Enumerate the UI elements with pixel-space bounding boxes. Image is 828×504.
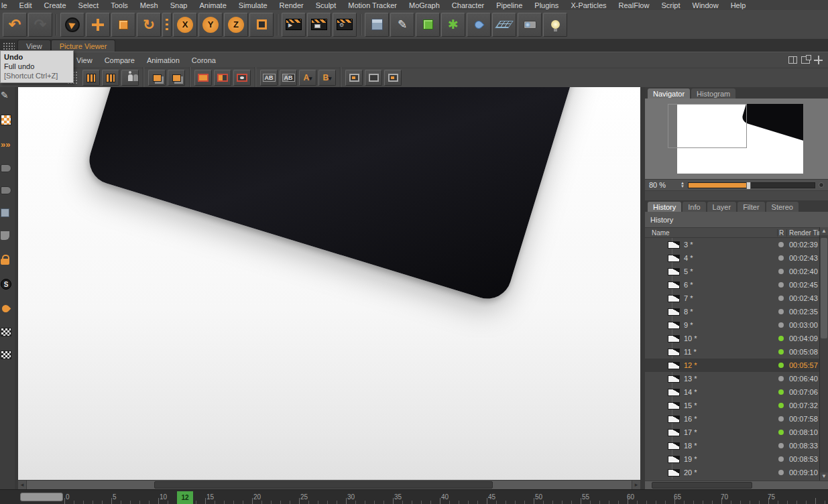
- light-button[interactable]: [543, 13, 567, 37]
- left-drop-icon[interactable]: [1, 304, 11, 314]
- tab-filter[interactable]: Filter: [737, 202, 764, 212]
- zoom-slider[interactable]: [688, 182, 815, 188]
- subdivision-surface-button[interactable]: [416, 13, 440, 37]
- menu-x-particles[interactable]: X-Particles: [565, 1, 612, 9]
- history-row[interactable]: 15 * 00:07:32: [645, 399, 828, 412]
- pv-menu-compare[interactable]: Compare: [99, 56, 141, 64]
- tab-layer[interactable]: Layer: [707, 202, 737, 212]
- history-row[interactable]: 10 * 00:04:09: [645, 332, 828, 345]
- pv-menu-corona[interactable]: Corona: [186, 56, 222, 64]
- layout-split-icon[interactable]: [788, 56, 797, 64]
- menu-plugins[interactable]: Plugins: [528, 1, 565, 9]
- column-render-status[interactable]: R: [777, 229, 786, 237]
- current-frame-marker[interactable]: 12: [177, 491, 193, 504]
- ab-compare-button[interactable]: AB: [260, 70, 278, 86]
- timeline-frame-field[interactable]: [20, 493, 63, 501]
- history-row[interactable]: 11 * 00:05:08: [645, 345, 828, 359]
- menu-create[interactable]: Create: [38, 1, 72, 9]
- set-image-b-button[interactable]: B▾: [318, 70, 336, 86]
- scale-tool-button[interactable]: [111, 13, 135, 37]
- history-row[interactable]: 19 * 00:08:53: [645, 452, 828, 466]
- panel-resize-knob[interactable]: [819, 182, 824, 188]
- volume-button[interactable]: [467, 13, 491, 37]
- scroll-right-icon[interactable]: ▸: [632, 481, 640, 489]
- scroll-down-icon[interactable]: ▼: [820, 472, 828, 481]
- menu-sculpt[interactable]: Sculpt: [310, 1, 343, 9]
- zoom-slider-handle[interactable]: [746, 182, 751, 190]
- menu-file[interactable]: le: [0, 1, 13, 9]
- menu-snap[interactable]: Snap: [164, 1, 194, 9]
- menu-character[interactable]: Character: [446, 1, 490, 9]
- left-tag2-icon[interactable]: [1, 186, 11, 194]
- history-row[interactable]: 20 * 00:09:10: [645, 466, 828, 479]
- scroll-left-icon[interactable]: ◂: [18, 481, 27, 489]
- left-cube-icon[interactable]: [1, 208, 9, 217]
- left-tag-icon[interactable]: [1, 164, 11, 172]
- pv-menu-animation[interactable]: Animation: [141, 56, 186, 64]
- save-as-button[interactable]: [102, 70, 119, 86]
- tab-info[interactable]: Info: [683, 202, 705, 212]
- navigator-view-rectangle[interactable]: [668, 104, 747, 148]
- picture-viewer-canvas[interactable]: ◂ ▸: [18, 87, 640, 489]
- history-row[interactable]: 14 * 00:07:06: [645, 385, 828, 399]
- detach-move-icon[interactable]: [814, 56, 823, 64]
- history-row[interactable]: 13 * 00:06:40: [645, 372, 828, 385]
- scrollbar-thumb[interactable]: [154, 481, 493, 489]
- history-row[interactable]: 7 * 00:02:43: [645, 292, 828, 305]
- spline-pen-button[interactable]: ✎: [390, 13, 414, 37]
- compare-split-button[interactable]: [214, 70, 231, 86]
- tab-stereo[interactable]: Stereo: [766, 202, 799, 212]
- menu-motion-tracker[interactable]: Motion Tracker: [342, 1, 403, 9]
- zoom-stepper[interactable]: ▲▼: [681, 182, 685, 188]
- panel-drag-handle-icon[interactable]: [3, 42, 15, 50]
- layers-alt-button[interactable]: [168, 70, 185, 86]
- history-row[interactable]: 3 * 00:02:39: [645, 238, 828, 251]
- menu-mograph[interactable]: MoGraph: [403, 1, 446, 9]
- compare-full-button[interactable]: [194, 70, 212, 86]
- menu-pipeline[interactable]: Pipeline: [490, 1, 528, 9]
- panel-horizontal-scrollbar[interactable]: [645, 481, 828, 489]
- undo-button[interactable]: ↶: [3, 13, 27, 37]
- redo-button[interactable]: ↷: [28, 13, 52, 37]
- menu-animate[interactable]: Animate: [193, 1, 232, 9]
- navigator-preview[interactable]: [645, 99, 828, 179]
- rotate-tool-button[interactable]: ↻: [137, 13, 161, 37]
- layers-button[interactable]: [148, 70, 166, 86]
- history-row[interactable]: 6 * 00:02:45: [645, 278, 828, 292]
- left-flag2-icon[interactable]: [1, 351, 11, 359]
- scrollbar-thumb[interactable]: [652, 482, 752, 489]
- history-row[interactable]: 8 * 00:02:35: [645, 305, 828, 318]
- mograph-cloner-button[interactable]: ✱: [441, 13, 465, 37]
- left-texture-icon[interactable]: [1, 115, 11, 125]
- menu-window[interactable]: Window: [687, 1, 725, 9]
- history-row[interactable]: 4 * 00:02:43: [645, 251, 828, 265]
- menu-help[interactable]: Help: [725, 1, 752, 9]
- left-pen-icon[interactable]: ✎: [1, 90, 11, 101]
- move-tool-button[interactable]: [86, 13, 110, 37]
- canvas-horizontal-scrollbar[interactable]: ◂ ▸: [18, 480, 640, 489]
- left-lock-icon[interactable]: [1, 259, 9, 265]
- frame-mode-2-button[interactable]: [365, 70, 382, 86]
- live-selection-button[interactable]: [60, 13, 84, 37]
- scrollbar-thumb[interactable]: [821, 238, 827, 338]
- x-axis-lock-button[interactable]: X: [173, 13, 197, 37]
- timeline-ruler[interactable]: 0 5 10 15 20 25 30 35 40 45 50 55 60 65 …: [0, 489, 828, 504]
- left-flag-icon[interactable]: [1, 328, 11, 336]
- menu-render[interactable]: Render: [274, 1, 310, 9]
- menu-tools[interactable]: Tools: [105, 1, 134, 9]
- left-boot-icon[interactable]: [1, 231, 9, 240]
- history-row[interactable]: 5 * 00:02:40: [645, 265, 828, 278]
- render-picture-viewer-button[interactable]: [307, 13, 331, 37]
- history-row-selected[interactable]: 12 * 00:05:57: [645, 359, 828, 372]
- menu-mesh[interactable]: Mesh: [134, 1, 164, 9]
- menu-simulate[interactable]: Simulate: [233, 1, 274, 9]
- menu-realflow[interactable]: RealFlow: [613, 1, 656, 9]
- z-axis-lock-button[interactable]: Z: [224, 13, 248, 37]
- history-row[interactable]: 16 * 00:07:58: [645, 412, 828, 426]
- column-name[interactable]: Name: [652, 229, 777, 237]
- pv-menu-view[interactable]: View: [75, 56, 99, 64]
- history-row[interactable]: 9 * 00:03:00: [645, 318, 828, 332]
- tab-history[interactable]: History: [648, 202, 681, 212]
- camera-button[interactable]: [518, 13, 542, 37]
- left-chevron-icon[interactable]: »»: [1, 139, 11, 150]
